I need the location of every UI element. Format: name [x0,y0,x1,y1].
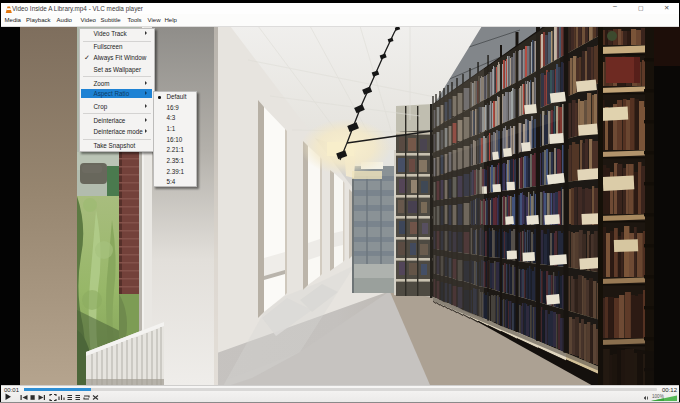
svg-text:100%: 100% [652,394,664,399]
